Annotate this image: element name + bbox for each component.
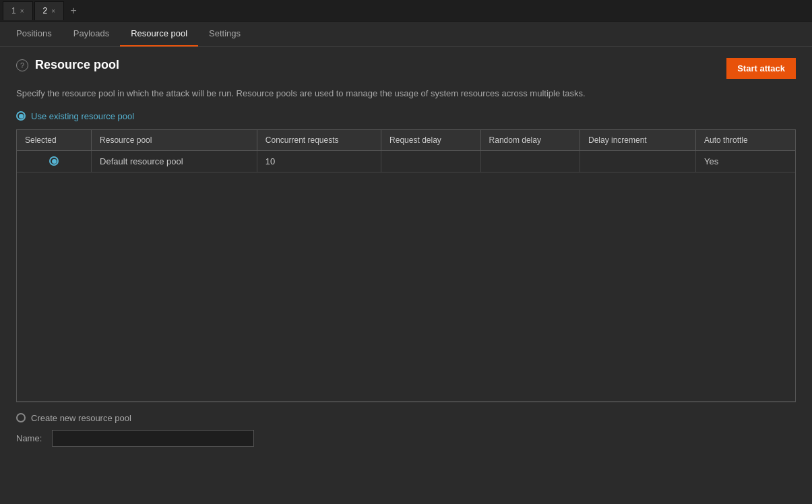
resource-pool-table: Selected Resource pool Concurrent reques…: [17, 130, 795, 402]
col-header-random-delay: Random delay: [480, 130, 580, 151]
use-existing-section: Use existing resource pool: [16, 111, 796, 121]
col-header-resource-pool: Resource pool: [92, 130, 257, 151]
cell-random-delay: [480, 150, 580, 172]
main-content: ? Resource pool Start attack Specify the…: [0, 47, 812, 458]
help-icon[interactable]: ?: [16, 59, 28, 71]
create-new-section: Create new resource pool Name:: [16, 413, 796, 447]
page-header: ? Resource pool Start attack: [16, 58, 796, 79]
cell-selected[interactable]: [17, 150, 92, 172]
resource-pool-table-container: Selected Resource pool Concurrent reques…: [16, 129, 796, 402]
col-header-delay-increment: Delay increment: [580, 130, 695, 151]
new-tab-button[interactable]: +: [65, 3, 82, 19]
page-description: Specify the resource pool in which the a…: [16, 87, 623, 100]
tab-bar: 1 × 2 × +: [0, 0, 812, 22]
tab-settings[interactable]: Settings: [198, 22, 251, 46]
tab-resource-pool[interactable]: Resource pool: [120, 22, 198, 46]
row-radio-default[interactable]: [49, 156, 59, 166]
table-header: Selected Resource pool Concurrent reques…: [17, 130, 795, 151]
tab-2[interactable]: 2 ×: [34, 1, 65, 20]
cell-request-delay: [381, 150, 480, 172]
cell-auto-throttle: Yes: [696, 150, 796, 172]
table-body: Default resource pool 10 Ye: [17, 150, 795, 401]
nav-tabs: Positions Payloads Resource pool Setting…: [0, 22, 812, 47]
use-existing-radio[interactable]: [16, 111, 26, 121]
name-field-label: Name:: [16, 433, 46, 443]
create-new-radio-label[interactable]: Create new resource pool: [16, 413, 796, 423]
tab-1[interactable]: 1 ×: [3, 1, 33, 20]
cell-concurrent: 10: [257, 150, 381, 172]
create-new-label: Create new resource pool: [31, 413, 131, 423]
start-attack-button[interactable]: Start attack: [726, 58, 796, 79]
use-existing-radio-label[interactable]: Use existing resource pool: [16, 111, 796, 121]
name-row: Name:: [16, 430, 796, 447]
page-title-area: ? Resource pool: [16, 58, 119, 72]
cell-delay-increment: [580, 150, 695, 172]
col-header-request-delay: Request delay: [381, 130, 480, 151]
tab-2-label: 2: [43, 6, 48, 15]
cell-pool-name: Default resource pool: [92, 150, 257, 172]
use-existing-label: Use existing resource pool: [31, 111, 134, 121]
table-row[interactable]: Default resource pool 10 Ye: [17, 150, 795, 172]
tab-payloads[interactable]: Payloads: [63, 22, 120, 46]
tab-positions[interactable]: Positions: [5, 22, 63, 46]
col-header-selected: Selected: [17, 130, 92, 151]
tab-2-close[interactable]: ×: [51, 7, 55, 15]
col-header-concurrent: Concurrent requests: [257, 130, 381, 151]
tab-1-label: 1: [11, 6, 16, 15]
col-header-auto-throttle: Auto throttle: [696, 130, 796, 151]
name-input[interactable]: [52, 430, 254, 447]
page-title: Resource pool: [35, 58, 119, 72]
empty-row: [17, 172, 795, 401]
create-new-radio[interactable]: [16, 413, 26, 422]
tab-1-close[interactable]: ×: [20, 7, 24, 15]
